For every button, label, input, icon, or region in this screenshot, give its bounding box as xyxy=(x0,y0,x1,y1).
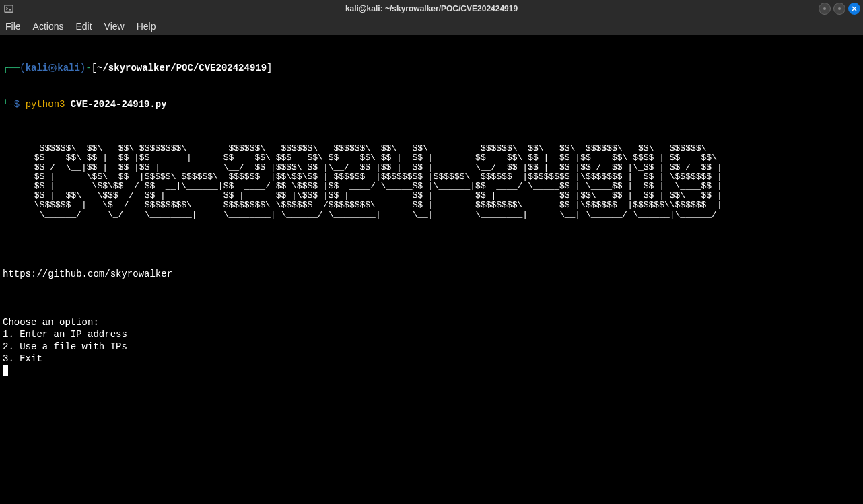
menu-view[interactable]: View xyxy=(104,21,125,32)
minimize-button[interactable] xyxy=(819,3,831,15)
prompt-dollar: $ xyxy=(14,98,20,110)
prompt-corner-top: ┌── xyxy=(3,62,20,74)
prompt-path: ~/skyrowalker/POC/CVE202424919 xyxy=(97,62,267,74)
menu-help[interactable]: Help xyxy=(137,21,156,32)
menu-option-2: 2. Use a file with IPs xyxy=(3,341,127,352)
prompt-at-symbol: ㉿ xyxy=(48,62,57,74)
prompt-user: kali xyxy=(26,62,48,74)
terminal-viewport[interactable]: ┌──(kali㉿kali)-[~/skyrowalker/POC/CVE202… xyxy=(0,35,863,504)
prompt-open-bracket: [ xyxy=(92,62,97,74)
prompt-close-paren: ) xyxy=(80,62,85,74)
output-url: https://github.com/skyrowalker xyxy=(3,268,860,280)
menu-actions[interactable]: Actions xyxy=(33,21,64,32)
close-button[interactable] xyxy=(848,3,860,15)
ascii-art-banner: $$$$$$\ $$\ $$\ $$$$$$$$\ $$$$$$\ $$$$$$… xyxy=(3,144,860,219)
window-title: kali@kali: ~/skyrowalker/POC/CVE20242491… xyxy=(345,4,518,13)
svg-point-1 xyxy=(823,7,826,10)
prompt-corner-bottom: └─ xyxy=(3,98,14,110)
maximize-button[interactable] xyxy=(833,3,845,15)
menubar: File Actions Edit View Help xyxy=(0,17,863,35)
menu-header: Choose an option: xyxy=(3,317,99,328)
cursor xyxy=(3,365,8,376)
menu-option-1: 1. Enter an IP address xyxy=(3,329,127,340)
command-binary: python3 xyxy=(26,98,65,110)
terminal-app-icon xyxy=(3,3,15,15)
svg-rect-0 xyxy=(5,5,13,13)
svg-point-2 xyxy=(838,7,841,10)
prompt-open-paren: ( xyxy=(20,62,25,74)
menu-edit[interactable]: Edit xyxy=(75,21,92,32)
output-menu: Choose an option: 1. Enter an IP address… xyxy=(3,316,860,377)
prompt-close-bracket: ] xyxy=(267,62,272,74)
prompt-line-2: └─$ python3 CVE-2024-24919.py xyxy=(3,98,860,110)
menu-file[interactable]: File xyxy=(5,21,21,32)
prompt-host: kali xyxy=(57,62,80,74)
prompt-line-1: ┌──(kali㉿kali)-[~/skyrowalker/POC/CVE202… xyxy=(3,62,860,74)
prompt-dash: - xyxy=(85,62,91,74)
titlebar: kali@kali: ~/skyrowalker/POC/CVE20242491… xyxy=(0,0,863,17)
command-argument: CVE-2024-24919.py xyxy=(71,98,167,110)
menu-option-3: 3. Exit xyxy=(3,353,42,364)
